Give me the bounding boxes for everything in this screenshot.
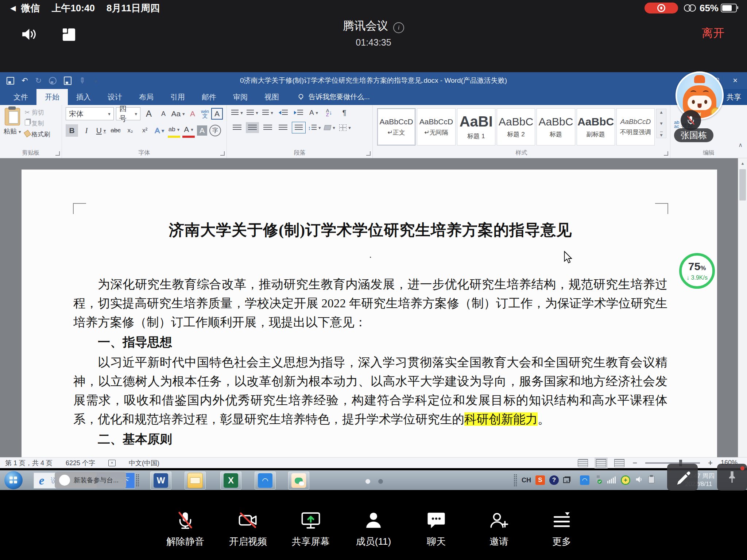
start-button[interactable]	[4, 471, 23, 489]
taskbar-explorer[interactable]	[185, 471, 206, 490]
zoom-in-icon[interactable]: +	[708, 458, 713, 468]
word-count[interactable]: 6225 个字	[66, 459, 95, 467]
font-dialog-launcher[interactable]	[220, 151, 225, 156]
paste-button[interactable]: 粘贴	[4, 107, 21, 136]
distribute-button[interactable]	[292, 122, 306, 133]
pen-icon[interactable]: ✎	[77, 75, 87, 86]
text-effects-button[interactable]: A	[153, 124, 166, 137]
back-to-app-label[interactable]: 微信	[21, 2, 40, 15]
taskbar-word[interactable]: W	[150, 471, 171, 490]
align-left-button[interactable]	[231, 122, 244, 133]
invite-button[interactable]: 邀请	[472, 510, 526, 548]
close-window-icon[interactable]: ×	[733, 76, 738, 85]
scrollbar-thumb[interactable]	[739, 169, 746, 201]
tab-references[interactable]: 引用	[162, 89, 193, 105]
show-hide-marks-button[interactable]: ¶	[338, 107, 351, 118]
annotation-tool-button[interactable]	[667, 464, 698, 491]
underline-button[interactable]: U	[95, 124, 107, 137]
collapse-ribbon-icon[interactable]: ∧	[738, 141, 743, 148]
change-case-button[interactable]: Aa	[172, 108, 184, 120]
shrink-font-button[interactable]: A	[157, 108, 170, 120]
tab-review[interactable]: 审阅	[225, 89, 256, 105]
tell-me-box[interactable]: 告诉我您要做什么...	[297, 89, 370, 105]
cut-button[interactable]: ✂ 剪切	[25, 107, 50, 118]
font-size-select[interactable]: 四号	[116, 107, 140, 120]
tray-language[interactable]: CH	[522, 477, 531, 484]
document-page[interactable]: 济南大学关于修(制)订学术学位研究生培养方案的指导意见 . 为深化研究生教育综合…	[22, 170, 717, 457]
screen-recording-indicator[interactable]	[645, 3, 678, 13]
presenter-avatar[interactable]: ¥	[676, 71, 724, 120]
subscript-button[interactable]: x₂	[124, 124, 136, 137]
copy-button[interactable]: 复制	[25, 118, 50, 129]
font-family-select[interactable]: 宋体	[66, 107, 114, 120]
tab-view[interactable]: 视图	[256, 89, 287, 105]
grow-font-button[interactable]: A	[143, 108, 155, 120]
pin-button[interactable]	[717, 464, 747, 491]
strikethrough-button[interactable]: abc	[109, 124, 122, 137]
tab-insert[interactable]: 插入	[68, 89, 99, 105]
taskbar-meeting-app[interactable]: ◠	[255, 471, 276, 490]
safety-icon[interactable]: +	[621, 475, 630, 485]
members-button[interactable]: 成员(11)	[347, 510, 400, 548]
save-icon[interactable]	[7, 77, 14, 85]
zoom-slider[interactable]	[645, 462, 700, 464]
vertical-scrollbar[interactable]: ▴	[738, 158, 747, 457]
usb-safely-remove-icon[interactable]	[594, 475, 603, 486]
sort-button[interactable]: AZ↓	[322, 107, 336, 118]
print-layout-icon[interactable]	[596, 459, 606, 467]
style-no-spacing[interactable]: AaBbCcD↵无间隔	[417, 108, 455, 145]
tab-file[interactable]: 文件	[5, 89, 36, 105]
paragraph-dialog-launcher[interactable]	[366, 151, 371, 156]
taskbar-wechat[interactable]	[288, 471, 309, 490]
notification-toast[interactable]: 新装备参与台...	[55, 472, 126, 489]
clipboard-dialog-launcher[interactable]	[55, 151, 60, 156]
unmute-button[interactable]: 解除静音	[158, 510, 212, 548]
increase-indent-button[interactable]	[292, 107, 305, 118]
bold-button[interactable]: B	[66, 124, 78, 137]
borders-button[interactable]	[338, 122, 352, 133]
leave-meeting-button[interactable]: 离开	[702, 26, 724, 41]
meeting-info-icon[interactable]: i	[393, 22, 404, 33]
format-painter-button[interactable]: 格式刷	[25, 129, 50, 140]
shading-button[interactable]	[323, 122, 336, 133]
line-spacing-button[interactable]: ↕	[308, 122, 321, 133]
bullets-button[interactable]	[231, 107, 244, 118]
scroll-up-icon[interactable]: ▴	[738, 160, 747, 166]
sogou-icon[interactable]: S	[535, 475, 545, 485]
numbering-button[interactable]	[246, 107, 259, 118]
character-border-button[interactable]: A	[211, 108, 223, 120]
start-video-button[interactable]: 开启视频	[221, 510, 275, 548]
style-subtitle[interactable]: AaBbC副标题	[577, 108, 615, 145]
tray-clipboard-icon[interactable]	[648, 475, 655, 485]
clear-formatting-button[interactable]: A	[186, 108, 199, 120]
page-indicator[interactable]: 第 1 页，共 4 页	[5, 459, 53, 467]
network-signal-icon[interactable]	[607, 475, 616, 485]
multilevel-list-button[interactable]	[261, 107, 274, 118]
tab-mailings[interactable]: 邮件	[193, 89, 225, 105]
align-center-button[interactable]	[246, 122, 259, 133]
back-to-app-icon[interactable]: ◀	[10, 4, 16, 12]
zoom-out-icon[interactable]: −	[632, 458, 637, 468]
styles-dialog-launcher[interactable]	[664, 151, 668, 156]
style-heading2[interactable]: AaBbC标题 2	[497, 108, 535, 145]
qat-customize-icon[interactable]	[93, 76, 97, 85]
tab-home[interactable]: 开始	[36, 89, 68, 105]
proofing-icon[interactable]: ×	[108, 460, 116, 466]
style-heading1[interactable]: AaBI标题 1	[457, 108, 495, 145]
help-icon[interactable]: ?	[549, 475, 559, 485]
more-button[interactable]: 更多	[535, 510, 589, 548]
share-screen-button[interactable]: 共享屏幕	[284, 510, 338, 548]
tray-volume-icon[interactable]	[635, 475, 643, 485]
read-mode-icon[interactable]	[578, 459, 588, 467]
tray-meeting-icon[interactable]: ◠	[580, 475, 589, 485]
tab-design[interactable]: 设计	[99, 89, 131, 105]
tab-layout[interactable]: 布局	[131, 89, 162, 105]
chat-button[interactable]: 聊天	[409, 510, 463, 548]
enclose-characters-button[interactable]: 字	[209, 125, 221, 136]
touch-mode-icon[interactable]	[49, 77, 57, 85]
justify-button[interactable]	[276, 122, 290, 133]
align-right-button[interactable]	[261, 122, 274, 133]
styles-scroll[interactable]: ▴▾▾	[656, 109, 666, 138]
highlight-color-button[interactable]: ab	[168, 123, 180, 138]
internet-explorer-icon[interactable]: e	[34, 473, 49, 488]
